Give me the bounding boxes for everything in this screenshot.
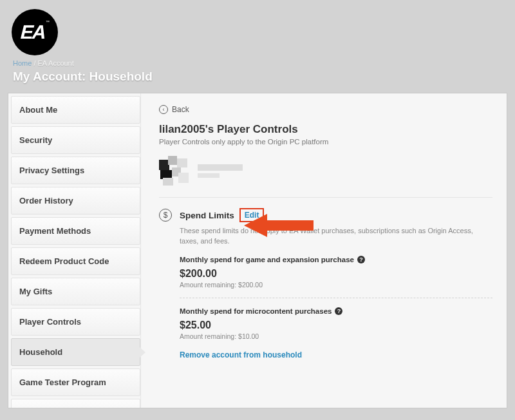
- micro-spend-remaining: Amount remaining: $10.00: [180, 332, 492, 340]
- spend-limits-section: $ Spend Limits Edit These spend limits d…: [159, 208, 492, 340]
- header: EA™ Home / EA Account My Account: Househ…: [0, 0, 515, 93]
- breadcrumb: Home / EA Account: [13, 59, 503, 67]
- content-area: ‹ Back lilan2005's Player Controls Playe…: [141, 93, 507, 408]
- remove-account-link[interactable]: Remove account from household: [180, 350, 302, 359]
- breadcrumb-home-link[interactable]: Home: [13, 59, 32, 67]
- sidebar-item-security[interactable]: Security: [11, 126, 140, 154]
- breadcrumb-current: EA Account: [38, 59, 74, 67]
- profile-row: [159, 156, 492, 186]
- sidebar: About Me Security Privacy Settings Order…: [8, 93, 141, 408]
- sidebar-item-my-gifts[interactable]: My Gifts: [11, 278, 140, 305]
- back-label: Back: [172, 105, 189, 114]
- micro-spend-amount: $25.00: [180, 320, 492, 331]
- help-icon[interactable]: ?: [357, 256, 365, 263]
- sidebar-item-privacy-settings[interactable]: Privacy Settings: [11, 157, 140, 184]
- game-spend-amount: $200.00: [180, 268, 492, 280]
- ea-logo[interactable]: EA™: [12, 9, 58, 55]
- game-spend-label: Monthly spend for game and expansion pur…: [180, 256, 492, 263]
- sidebar-item-order-history[interactable]: Order History: [11, 187, 140, 215]
- chevron-left-icon: ‹: [159, 105, 168, 114]
- sidebar-item-household[interactable]: Household: [11, 338, 140, 366]
- trademark-symbol: ™: [46, 20, 50, 24]
- sidebar-item-payment-methods[interactable]: Payment Methods: [11, 217, 140, 245]
- breadcrumb-separator: /: [33, 59, 35, 67]
- sidebar-item-ea-data[interactable]: Your EA Data: [11, 399, 140, 408]
- page-title: My Account: Household: [13, 70, 503, 84]
- dotted-divider: [180, 298, 492, 298]
- micro-spend-label-text: Monthly spend for microcontent purchases: [180, 307, 332, 315]
- micro-spend-label: Monthly spend for microcontent purchases…: [180, 307, 492, 315]
- profile-name-placeholder: [198, 164, 243, 178]
- spend-limits-heading: Spend Limits: [180, 211, 234, 220]
- ea-logo-text: EA: [20, 21, 45, 43]
- dollar-icon: $: [159, 209, 172, 222]
- edit-spend-limits-link[interactable]: Edit: [239, 208, 265, 222]
- back-button[interactable]: ‹ Back: [159, 105, 189, 114]
- main-panel: About Me Security Privacy Settings Order…: [8, 93, 507, 408]
- avatar: [159, 156, 189, 186]
- game-spend-remaining: Amount remaining: $200.00: [180, 281, 492, 289]
- sidebar-item-about-me[interactable]: About Me: [11, 96, 140, 124]
- sidebar-item-redeem-code[interactable]: Redeem Product Code: [11, 247, 140, 275]
- sidebar-item-player-controls[interactable]: Player Controls: [11, 308, 140, 336]
- player-controls-title: lilan2005's Player Controls: [159, 123, 492, 136]
- game-spend-label-text: Monthly spend for game and expansion pur…: [180, 256, 354, 263]
- spend-limits-note: These spend limits do not apply to EA Wa…: [180, 226, 492, 247]
- sidebar-item-game-tester[interactable]: Game Tester Program: [11, 368, 140, 396]
- player-controls-subtitle: Player Controls only apply to the Origin…: [159, 138, 492, 146]
- help-icon[interactable]: ?: [335, 307, 342, 315]
- divider: [159, 197, 492, 198]
